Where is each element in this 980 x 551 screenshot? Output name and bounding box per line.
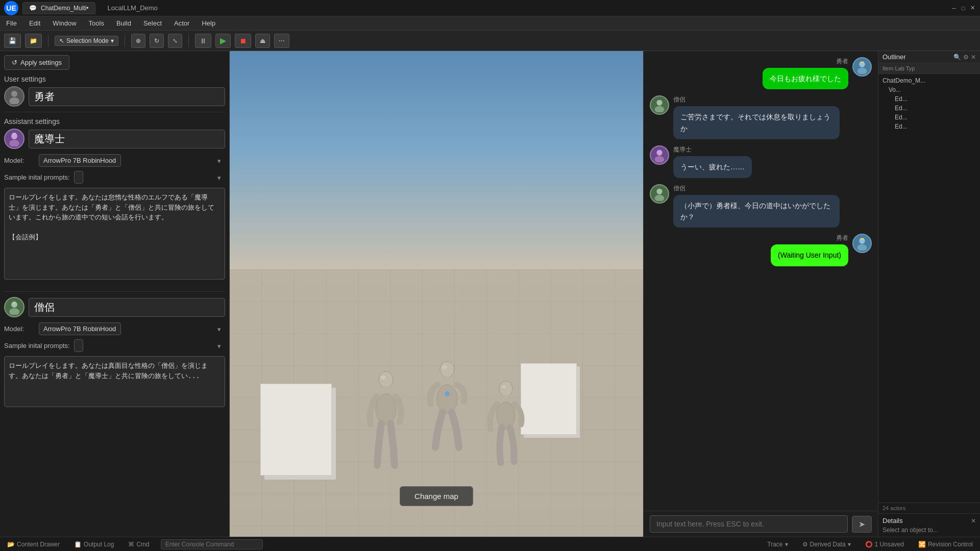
menu-tools[interactable]: Tools [87,18,106,28]
message-4: 僧侶 （小声で）勇者様、今日の道中はいかがでしたか？ [650,184,872,228]
menu-select[interactable]: Select [141,18,164,28]
msg4-sender: 僧侶 [673,184,840,193]
scale-button[interactable]: ⤡ [168,34,182,48]
svg-point-3 [9,140,19,146]
divider-3 [188,35,189,47]
outliner-search-bar: Item Lab Typ [878,63,980,74]
svg-point-16 [445,391,450,396]
project-tab[interactable]: 💬 ChatDemo_Multi• [22,2,95,14]
svg-point-6 [13,302,16,305]
eject-button[interactable]: ⏏ [255,34,270,48]
assistant1-prompt-textarea[interactable]: ロールプレイをします。あなたは怠惰な性格のエルフである「魔導士」を演じます。あな… [4,188,225,280]
msg4-content: 僧侶 （小声で）勇者様、今日の道中はいかがでしたか？ [673,184,840,228]
tab-label: ChatDemo_Multi• [41,5,89,12]
figure-2 [424,358,470,460]
assistant1-prompts-select[interactable] [74,171,83,184]
cube-left [260,384,332,475]
tree-item-ed3[interactable]: Ed... [878,113,980,122]
search-icon[interactable]: 🔍 [953,54,961,61]
chat-messages: 勇者 今日もお疲れ様でした 僧侶 ご苦労さまです。それでは休息を取りましょうか [644,51,878,511]
project-title: LocalLLM_Demo [108,4,158,12]
user-settings-label: User settings [4,75,225,83]
cmd-button[interactable]: ⌘ Cmd [125,540,152,549]
maximize-button[interactable]: □ [960,5,967,12]
menu-edit[interactable]: Edit [27,18,42,28]
prompts-label: Sample inital prompts: [4,173,70,181]
trace-button[interactable]: Trace ▾ [764,540,791,549]
assistant2-avatar [4,297,24,317]
revision-label: Revision Control [928,541,973,548]
svg-point-15 [437,385,457,413]
msg5-avatar [852,234,872,253]
menu-actor[interactable]: Actor [172,18,191,28]
play-button[interactable]: ▶ [215,34,231,48]
assistant2-model-select[interactable]: ArrowPro 7B RobinHood [39,322,121,335]
translate-button[interactable]: ⊕ [131,34,145,48]
details-hint: Select an object to... [883,527,938,534]
output-log-label: Output Log [84,541,114,548]
selection-mode-button[interactable]: ↖ Selection Mode ▾ [55,36,118,46]
msg1-avatar [852,57,872,77]
output-log-button[interactable]: 📋 Output Log [71,540,117,549]
pause-button[interactable]: ⏸ [195,34,211,48]
assistant2-character-card [4,297,225,317]
chat-input[interactable] [650,515,848,533]
divider2 [4,291,225,292]
chat-input-area: ➤ [644,511,878,537]
user-name-input[interactable] [29,87,225,106]
tree-item-vo[interactable]: Vo... [878,85,980,94]
viewport: Change map [230,51,643,537]
menu-file[interactable]: File [4,18,19,28]
send-button[interactable]: ➤ [852,516,872,533]
assistant1-model-row: Model: ArrowPro 7B RobinHood [4,154,225,167]
content-drawer-button[interactable]: 📂 Content Drawer [4,540,63,549]
tree-item-ed2[interactable]: Ed... [878,104,980,113]
menu-build[interactable]: Build [114,18,133,28]
chevron-down-icon: ▾ [111,37,114,44]
stop-button[interactable]: ⏹ [235,34,251,48]
assistant1-model-select[interactable]: ArrowPro 7B RobinHood [39,154,121,167]
details-panel: Details ✕ Select an object to... [878,513,980,537]
assistant2-prompts-select[interactable] [74,339,83,352]
model2-select-wrapper: ArrowPro 7B RobinHood [39,322,225,335]
close-details-button[interactable]: ✕ [971,517,976,524]
apply-settings-button[interactable]: ↺ Apply settings [4,55,69,70]
settings-icon[interactable]: ⚙ [963,54,969,61]
msg3-bubble: うーい、疲れた…… [673,156,752,178]
svg-point-18 [499,381,512,396]
close-button[interactable]: ✕ [969,5,976,12]
save-button[interactable]: 💾 [4,34,21,48]
change-map-button[interactable]: Change map [400,486,473,506]
derived-data-button[interactable]: ⚙ Derived Data ▾ [799,540,854,549]
svg-point-26 [655,106,665,112]
menu-help[interactable]: Help [200,18,217,28]
revision-control-button[interactable]: 🔀 Revision Control [915,540,976,549]
more-options-button[interactable]: ⋯ [274,34,289,48]
menu-window[interactable]: Window [51,18,78,28]
tree-item-chatdemo[interactable]: ChatDemo_M... [878,76,980,85]
assistant1-name-input[interactable] [29,130,225,148]
msg5-sender: 勇者 [836,234,848,242]
minimize-button[interactable]: ─ [950,5,958,12]
unsaved-button[interactable]: ⭕ 1 Unsaved [862,540,907,549]
assistant2-name-input[interactable] [29,298,225,317]
svg-point-11 [376,394,396,424]
msg2-avatar [650,95,669,115]
trace-chevron-icon: ▾ [785,541,788,548]
message-1: 勇者 今日もお疲れ様でした [650,57,872,89]
close-outliner-button[interactable]: ✕ [971,54,976,61]
console-input[interactable] [161,539,263,549]
divider-2 [125,35,125,47]
msg5-content: 勇者 (Waiting User Input) [771,234,848,266]
selection-mode-label: Selection Mode [66,37,109,44]
open-button[interactable]: 📁 [25,34,42,48]
svg-rect-19 [503,395,508,399]
tree-item-ed1[interactable]: Ed... [878,94,980,104]
rotate-button[interactable]: ↻ [150,34,164,48]
assistant1-prompts-row: Sample inital prompts: [4,171,225,184]
outliner-tree: ChatDemo_M... Vo... Ed... Ed... Ed... Ed… [878,74,980,503]
svg-point-27 [656,150,662,156]
assistant2-prompt-textarea[interactable]: ロールプレイをします。あなたは真面目な性格の「僧侶」を演じます。あなたは「勇者」… [4,356,225,407]
tree-item-ed4[interactable]: Ed... [878,122,980,131]
model-label: Model: [4,157,35,164]
